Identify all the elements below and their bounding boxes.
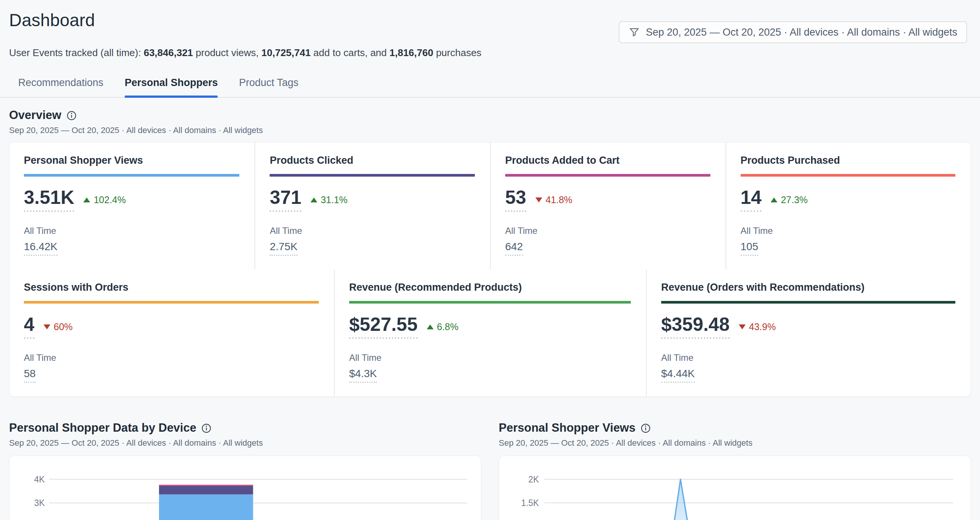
charts-section: Personal Shopper Data by Device Sep 20, … [0,421,980,520]
triangle-icon [771,198,777,203]
metric-accent-bar [741,174,955,177]
metric-value[interactable]: $527.55 [349,315,418,339]
metric-delta: 60% [43,321,73,332]
alltime-label: All Time [349,353,631,363]
events-summary: User Events tracked (all time): 63,846,3… [9,47,980,59]
metrics-panel: Personal Shopper Views 3.51K 102.4% All … [9,142,971,397]
metric-accent-bar [349,301,631,303]
alltime-value[interactable]: 16.42K [24,241,57,256]
metric-title: Products Purchased [741,155,955,166]
views-chart-panel: 5001K1.5K2KSep 21Sep 28Oct 5Oct 12Oct 19 [499,456,971,520]
device-chart-title: Personal Shopper Data by Device [9,421,196,435]
metric-delta: 43.9% [739,321,776,332]
triangle-icon [427,324,434,329]
overview-section: Overview Sep 20, 2025 — Oct 20, 2025 · A… [0,108,980,397]
metric-accent-bar [24,301,319,303]
product-views-count: 63,846,321 [143,47,193,58]
metric-title: Personal Shopper Views [24,155,239,166]
metric-delta: 31.1% [310,195,348,206]
metric-delta: 41.8% [535,195,573,206]
metric-accent-bar [505,174,710,177]
views-chart-subtitle: Sep 20, 2025 — Oct 20, 2025 · All device… [499,438,971,448]
metric-title: Revenue (Orders with Recommendations) [661,282,955,293]
views-chart-column: Personal Shopper Views Sep 20, 2025 — Oc… [499,421,971,520]
alltime-label: All Time [505,225,710,236]
svg-text:1.5K: 1.5K [521,498,539,508]
purchases-count: 1,816,760 [390,47,434,58]
triangle-icon [83,198,90,203]
triangle-icon [43,324,50,329]
metric-card-sessions-with-orders: Sessions with Orders 4 60% All Time 58 [10,270,334,396]
metrics-row-1: Personal Shopper Views 3.51K 102.4% All … [10,142,970,270]
filter-funnel-icon [628,27,640,38]
alltime-label: All Time [24,353,319,363]
metric-delta: 27.3% [771,195,808,206]
alltime-value[interactable]: 642 [505,241,523,256]
metric-title: Revenue (Recommended Products) [349,282,631,293]
svg-text:3K: 3K [34,498,45,508]
dashboard-page: Dashboard Sep 20, 2025 — Oct 20, 2025 · … [0,10,980,520]
device-stacked-bar-chart: 1K2K3K4KComputerMobileTabletUnknown [17,462,473,520]
add-to-carts-count: 10,725,741 [261,47,310,58]
alltime-value[interactable]: $4.44K [661,368,695,383]
tab-personal-shoppers[interactable]: Personal Shoppers [124,77,218,97]
metric-accent-bar [661,301,955,303]
metric-card-products-clicked: Products Clicked 371 31.1% All Time 2.75… [255,142,490,270]
device-chart-column: Personal Shopper Data by Device Sep 20, … [9,421,481,520]
metric-accent-bar [24,174,239,177]
alltime-label: All Time [741,225,955,236]
metric-card-products-purchased: Products Purchased 14 27.3% All Time 105 [725,142,970,270]
metrics-row-2: Sessions with Orders 4 60% All Time 58 R… [10,270,970,396]
filter-chip-label: Sep 20, 2025 — Oct 20, 2025 · All device… [646,27,957,38]
metric-value[interactable]: 4 [24,315,35,339]
overview-title: Overview [9,108,61,122]
device-chart-subtitle: Sep 20, 2025 — Oct 20, 2025 · All device… [9,438,481,448]
info-icon[interactable] [67,111,76,121]
triangle-icon [739,324,746,329]
tab-bar: Recommendations Personal Shoppers Produc… [0,77,980,98]
device-chart-panel: 1K2K3K4KComputerMobileTabletUnknown [9,456,481,520]
tab-recommendations[interactable]: Recommendations [18,77,103,97]
info-icon[interactable] [202,423,211,433]
metric-card-revenue-orders-with-recommendations: Revenue (Orders with Recommendations) $3… [646,270,970,396]
alltime-value[interactable]: 105 [741,241,759,256]
triangle-icon [310,198,317,203]
svg-text:4K: 4K [34,474,45,484]
alltime-value[interactable]: $4.3K [349,368,377,383]
metric-value[interactable]: 371 [270,188,301,212]
alltime-value[interactable]: 58 [24,368,36,383]
alltime-label: All Time [24,225,239,236]
metric-value[interactable]: $359.48 [661,315,730,339]
metric-value[interactable]: 14 [741,188,762,212]
filter-chip[interactable]: Sep 20, 2025 — Oct 20, 2025 · All device… [619,21,967,43]
info-icon[interactable] [641,423,651,433]
metric-title: Sessions with Orders [24,282,319,293]
metric-card-revenue-recommended: Revenue (Recommended Products) $527.55 6… [334,270,646,396]
alltime-label: All Time [270,225,475,236]
svg-text:2K: 2K [528,474,539,484]
alltime-label: All Time [661,353,955,363]
metric-accent-bar [270,174,475,177]
views-area-chart: 5001K1.5K2KSep 21Sep 28Oct 5Oct 12Oct 19 [507,462,963,520]
metric-title: Products Clicked [270,155,475,166]
views-chart-title: Personal Shopper Views [499,421,635,435]
metric-delta: 6.8% [427,321,458,332]
metric-value[interactable]: 53 [505,188,527,212]
alltime-value[interactable]: 2.75K [270,241,297,256]
metric-card-products-added-to-cart: Products Added to Cart 53 41.8% All Time… [490,142,725,270]
tab-product-tags[interactable]: Product Tags [239,77,298,97]
triangle-icon [535,198,542,203]
metric-card-personal-shopper-views: Personal Shopper Views 3.51K 102.4% All … [10,142,255,270]
metric-value[interactable]: 3.51K [24,188,74,212]
metric-title: Products Added to Cart [505,155,710,166]
overview-subtitle: Sep 20, 2025 — Oct 20, 2025 · All device… [9,126,971,135]
metric-delta: 102.4% [83,195,126,206]
